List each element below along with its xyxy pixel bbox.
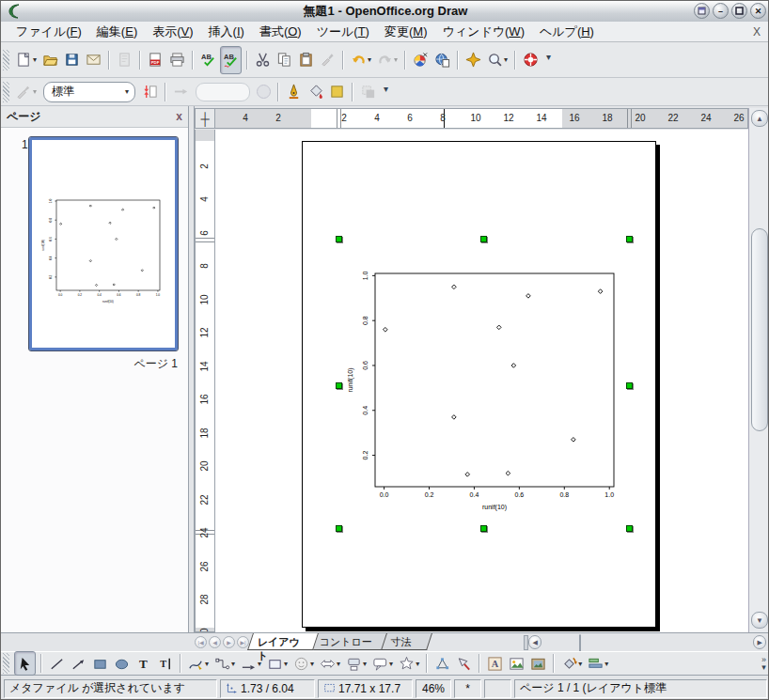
page-thumbnail[interactable]: 0.00.20.40.60.81.00.20.40.60.81.0runif(1… [29, 137, 178, 350]
new-document-button[interactable]: ▾ [14, 47, 39, 73]
flowchart-button[interactable]: ▾ [344, 652, 369, 675]
ellipse-button[interactable] [112, 652, 132, 675]
toolbar-overflow-button[interactable]: »▾ [761, 656, 766, 671]
combobox-dropdown-icon[interactable]: ▾ [119, 87, 134, 96]
rotate-button[interactable]: ▾ [559, 652, 584, 675]
flowchart-dropdown-icon[interactable]: ▾ [363, 660, 367, 668]
alignment-dropdown-icon[interactable]: ▾ [604, 660, 608, 668]
select-pointer-button[interactable] [14, 651, 36, 676]
close-button[interactable]: ✕ [750, 3, 766, 19]
selection-handle[interactable] [336, 236, 342, 242]
copy-button[interactable] [275, 47, 294, 73]
scroll-down-icon[interactable]: ▼ [751, 612, 768, 629]
scroll-up-icon[interactable]: ▲ [751, 110, 768, 127]
fontwork-button[interactable]: A [485, 652, 505, 675]
scroll-right-icon[interactable]: ▶ [753, 635, 766, 649]
gallery-button[interactable] [528, 652, 548, 675]
line-format-button[interactable] [140, 79, 160, 105]
maximize-button[interactable] [731, 3, 747, 19]
horizontal-scroll-track[interactable] [541, 635, 753, 649]
stars-button[interactable]: ▾ [397, 652, 421, 675]
toolbar-grip[interactable] [3, 82, 9, 102]
menu-help[interactable]: ヘルプ(H) [532, 23, 602, 41]
menu-tools[interactable]: ツール(T) [309, 23, 377, 41]
selection-handle[interactable] [626, 236, 633, 242]
alignment-button[interactable]: ▾ [586, 652, 610, 675]
export-pdf-button[interactable]: PDF [146, 47, 165, 73]
line-arrow-button[interactable] [69, 652, 88, 675]
toolbar-grip[interactable] [3, 50, 9, 70]
zoom-button[interactable]: ▾ [485, 47, 510, 73]
paste-button[interactable] [296, 47, 316, 73]
vertical-text-button[interactable]: T [155, 652, 175, 675]
vertical-ruler[interactable]: 24681012141618202224262830 [195, 130, 215, 632]
scroll-left-icon[interactable]: ◀ [528, 635, 541, 649]
redo-dropdown-icon[interactable]: ▾ [394, 55, 398, 64]
toolbar-grip[interactable] [3, 653, 9, 674]
next-page-icon[interactable]: ▶ [223, 636, 235, 648]
undo-button[interactable]: ▾ [349, 47, 373, 73]
line-button[interactable] [47, 652, 67, 675]
fill-bucket-button[interactable] [306, 79, 325, 105]
title-bar[interactable]: 無題1 - OpenOffice.org Draw – ✕ [1, 1, 769, 23]
selection-handle[interactable] [480, 525, 487, 532]
gluepoints-button[interactable] [454, 652, 474, 675]
selected-metafile-object[interactable]: 0.00.20.40.60.81.00.20.40.60.81.0runif(1… [303, 142, 657, 629]
spellcheck-button[interactable]: AB [198, 47, 218, 73]
menu-window[interactable]: ウィンドウ(W) [434, 23, 531, 41]
style-combobox[interactable]: 標準▾ [43, 82, 135, 102]
tab-controls[interactable]: コントロール [309, 633, 390, 650]
horizontal-scroll-thumb[interactable] [579, 634, 581, 652]
auto-spellcheck-button[interactable]: AB [220, 46, 242, 74]
curve-button[interactable]: ▾ [186, 652, 211, 675]
connector-dropdown-icon[interactable]: ▾ [231, 660, 235, 668]
zoom-level[interactable]: 46% [416, 679, 451, 698]
first-page-icon[interactable]: |◀ [195, 636, 207, 648]
stars-dropdown-icon[interactable]: ▾ [416, 660, 419, 668]
cut-button[interactable] [253, 47, 273, 73]
callouts-button[interactable]: ▾ [370, 652, 395, 675]
open-button[interactable] [40, 47, 60, 73]
help-lifebuoy-button[interactable] [521, 47, 541, 73]
line-color-pen-button[interactable] [284, 79, 304, 105]
toolbar-more-button[interactable]: ▾ [542, 47, 555, 73]
print-button[interactable] [167, 47, 187, 73]
selection-handle[interactable] [626, 382, 633, 389]
rectangle-button[interactable] [90, 652, 110, 675]
selection-handle[interactable] [336, 382, 342, 389]
menu-view[interactable]: 表示(V) [145, 23, 200, 41]
fill-color-swatch-button[interactable] [327, 79, 347, 105]
undo-dropdown-icon[interactable]: ▾ [368, 55, 371, 64]
styles-brush-dropdown-icon[interactable]: ▾ [33, 87, 37, 96]
navigator-button[interactable] [463, 47, 483, 73]
menu-file[interactable]: ファイル(F) [8, 23, 89, 41]
connector-button[interactable]: ▾ [212, 652, 237, 675]
toolbar-more2-button[interactable]: ▾ [380, 79, 392, 105]
email-button[interactable] [84, 47, 103, 73]
vertical-scroll-thumb[interactable] [751, 228, 768, 431]
edit-points-button[interactable] [432, 652, 452, 675]
selection-handle[interactable] [336, 525, 342, 532]
globe-document-button[interactable] [432, 47, 452, 73]
previous-page-icon[interactable]: ◀ [209, 636, 221, 648]
callouts-dropdown-icon[interactable]: ▾ [389, 660, 393, 668]
menu-format[interactable]: 書式(O) [252, 23, 309, 41]
tab-dimension-lines[interactable]: 寸法線 [381, 633, 432, 650]
minimize-button[interactable]: – [713, 3, 729, 19]
menu-modify[interactable]: 変更(M) [377, 23, 435, 41]
menubar-close-button[interactable]: X [753, 25, 761, 39]
panel-close-icon[interactable]: x [176, 110, 182, 123]
selection-handle[interactable] [626, 525, 633, 532]
save-button[interactable] [62, 47, 82, 73]
rotate-dropdown-icon[interactable]: ▾ [578, 660, 582, 668]
curve-dropdown-icon[interactable]: ▾ [205, 660, 209, 668]
menu-edit[interactable]: 編集(E) [89, 23, 145, 41]
new-document-dropdown-icon[interactable]: ▾ [33, 55, 37, 64]
zoom-dropdown-icon[interactable]: ▾ [504, 55, 508, 64]
selection-handle[interactable] [480, 236, 487, 242]
shade-button[interactable] [694, 3, 710, 19]
text-button[interactable]: T [133, 652, 153, 675]
vertical-scrollbar[interactable]: ▲ ▼ [748, 108, 769, 632]
horizontal-ruler[interactable]: 6422468101214161820222426 [215, 108, 748, 129]
menu-insert[interactable]: 挿入(I) [201, 23, 252, 41]
